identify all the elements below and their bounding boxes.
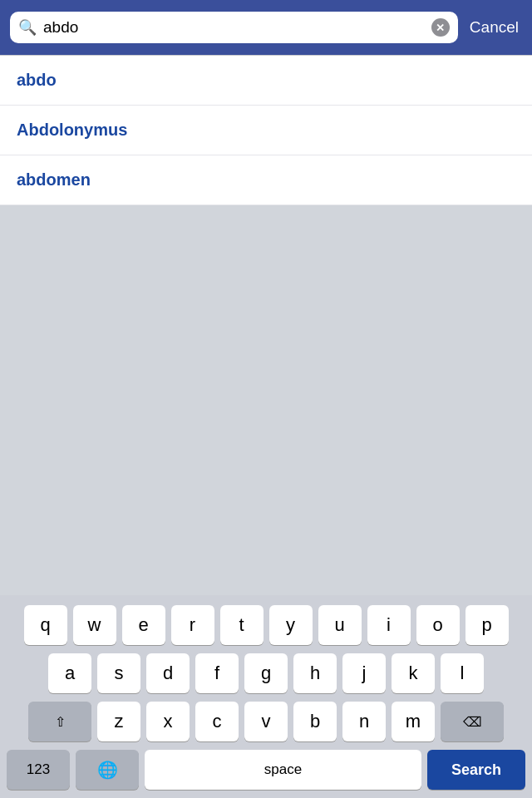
key-h[interactable]: h: [293, 653, 337, 693]
keyboard-row-1: qwertyuiop: [3, 605, 529, 645]
key-q[interactable]: q: [24, 605, 67, 645]
suggestion-item[interactable]: Abdolonymus: [0, 106, 532, 155]
key-r[interactable]: r: [171, 605, 214, 645]
key-shift[interactable]: ⇧: [28, 702, 91, 741]
key-u[interactable]: u: [318, 605, 362, 645]
key-f[interactable]: f: [195, 653, 239, 693]
key-search[interactable]: Search: [427, 750, 525, 790]
key-123[interactable]: 123: [7, 750, 70, 790]
key-s[interactable]: s: [97, 653, 140, 693]
key-globe[interactable]: 🌐: [76, 750, 139, 790]
key-e[interactable]: e: [122, 605, 165, 645]
search-header: 🔍 ✕ Cancel: [0, 0, 532, 55]
keyboard-bottom-row: 123 🌐 space Search: [3, 750, 529, 790]
key-space[interactable]: space: [145, 750, 421, 790]
cancel-button[interactable]: Cancel: [466, 18, 522, 37]
key-j[interactable]: j: [342, 653, 386, 693]
key-d[interactable]: d: [146, 653, 190, 693]
suggestion-item[interactable]: abdomen: [0, 155, 532, 205]
key-x[interactable]: x: [146, 702, 190, 741]
key-i[interactable]: i: [367, 605, 411, 645]
search-input-wrapper: 🔍 ✕: [10, 12, 458, 43]
keyboard-row-3: ⇧zxcvbnm⌫: [3, 702, 529, 741]
suggestions-list: abdo Abdolonymus abdomen: [0, 55, 532, 205]
key-b[interactable]: b: [293, 702, 337, 741]
key-k[interactable]: k: [392, 653, 435, 693]
key-y[interactable]: y: [269, 605, 313, 645]
clear-button[interactable]: ✕: [431, 18, 450, 37]
key-l[interactable]: l: [441, 653, 484, 693]
key-c[interactable]: c: [195, 702, 239, 741]
key-w[interactable]: w: [73, 605, 116, 645]
key-v[interactable]: v: [244, 702, 288, 741]
key-n[interactable]: n: [342, 702, 386, 741]
key-g[interactable]: g: [244, 653, 288, 693]
key-a[interactable]: a: [48, 653, 91, 693]
key-o[interactable]: o: [416, 605, 460, 645]
key-t[interactable]: t: [220, 605, 264, 645]
key-z[interactable]: z: [97, 702, 140, 741]
keyboard: qwertyuiop asdfghjkl ⇧zxcvbnm⌫ 123 🌐 spa…: [0, 595, 532, 798]
key-p[interactable]: p: [466, 605, 509, 645]
search-icon: 🔍: [18, 20, 37, 35]
search-input[interactable]: [43, 18, 425, 37]
key-backspace[interactable]: ⌫: [441, 702, 504, 741]
key-m[interactable]: m: [392, 702, 435, 741]
suggestion-item[interactable]: abdo: [0, 56, 532, 106]
keyboard-row-2: asdfghjkl: [3, 653, 529, 693]
